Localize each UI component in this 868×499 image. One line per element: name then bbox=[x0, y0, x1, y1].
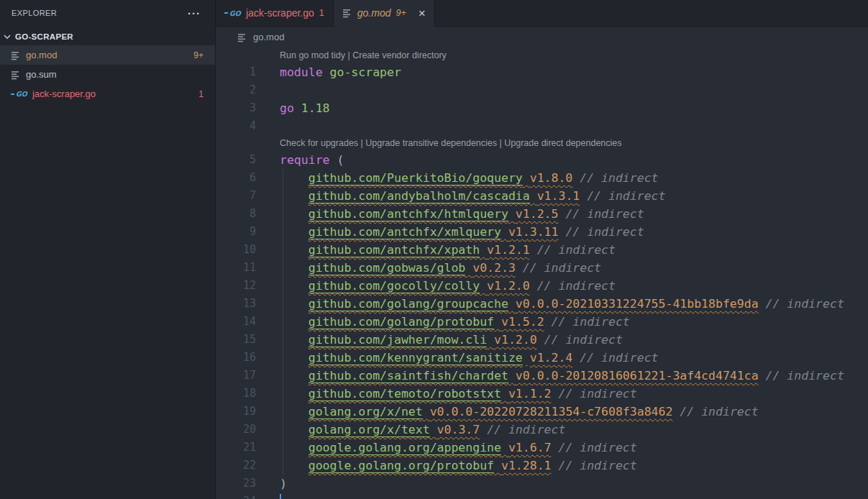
code-line: 18 github.com/temoto/robotstxt v1.1.2 //… bbox=[216, 385, 868, 403]
code-line: 24 bbox=[216, 493, 868, 499]
dependency-module-link[interactable]: github.com/PuerkitoBio/goquery bbox=[309, 171, 523, 186]
code-line-content[interactable] bbox=[256, 117, 280, 135]
indirect-comment: // indirect bbox=[565, 207, 644, 221]
dependency-module-link[interactable]: github.com/gobwas/glob bbox=[309, 261, 466, 275]
code-token bbox=[294, 101, 301, 115]
code-token: ) bbox=[280, 477, 287, 490]
dependency-module-link[interactable]: golang.org/x/net bbox=[309, 405, 423, 419]
code-line-content[interactable]: golang.org/x/net v0.0.0-20220728211354-c… bbox=[256, 403, 759, 421]
warning-squiggle-span: github.com/golang/groupcache v0.0.0-2021… bbox=[309, 297, 759, 311]
text-cursor bbox=[280, 494, 281, 499]
line-number: 20 bbox=[216, 421, 256, 439]
warning-squiggle-span: github.com/antchfx/xpath v1.2.1 bbox=[309, 243, 530, 257]
dependency-module-link[interactable]: github.com/antchfx/xpath bbox=[309, 243, 480, 257]
dependency-version: v0.0.0-20120816061221-3af4cd4741ca bbox=[516, 369, 759, 383]
code-line-content[interactable]: github.com/antchfx/xpath v1.2.1 // indir… bbox=[256, 241, 616, 259]
code-token: go-scraper bbox=[330, 65, 401, 79]
dependency-module-link[interactable]: github.com/golang/protobuf bbox=[309, 315, 494, 329]
dependency-module-link[interactable]: github.com/golang/groupcache bbox=[309, 297, 508, 311]
code-line-content[interactable]: github.com/golang/protobuf v1.5.2 // ind… bbox=[256, 313, 630, 331]
codelens-commands[interactable]: Run go mod tidy | Create vendor director… bbox=[280, 47, 447, 63]
dependency-module-link[interactable]: github.com/kennygrant/sanitize bbox=[309, 351, 523, 365]
tab-bar-empty-space bbox=[435, 0, 868, 27]
warning-squiggle-span: google.golang.org/appengine v1.6.7 bbox=[309, 441, 552, 455]
indent-guide bbox=[283, 223, 283, 241]
dependency-module-link[interactable]: github.com/jawher/mow.cli bbox=[309, 333, 487, 347]
dependency-version: v1.2.1 bbox=[487, 243, 530, 257]
code-line-content[interactable] bbox=[256, 493, 280, 499]
tab-jack-scraper[interactable]: GO jack-scraper.go 1 bbox=[216, 0, 334, 27]
file-row-jack-scraper[interactable]: GO jack-scraper.go 1 bbox=[0, 84, 215, 104]
code-line-content[interactable]: google.golang.org/appengine v1.6.7 // in… bbox=[256, 439, 637, 457]
warning-squiggle-span: github.com/gocolly/colly v1.2.0 bbox=[309, 279, 530, 293]
indirect-comment: // indirect bbox=[680, 405, 758, 418]
tab-go-mod[interactable]: go.mod 9+ × bbox=[334, 0, 435, 27]
code-line-content[interactable]: github.com/golang/groupcache v0.0.0-2021… bbox=[256, 295, 844, 313]
code-line-content[interactable]: golang.org/x/text v0.3.7 // indirect bbox=[256, 421, 565, 439]
code-line: 16 github.com/kennygrant/sanitize v1.2.4… bbox=[216, 349, 868, 367]
code-line-content[interactable]: github.com/saintfish/chardet v0.0.0-2012… bbox=[256, 367, 844, 385]
codelens-row: Check for upgrades | Upgrade transitive … bbox=[216, 135, 868, 151]
dependency-version: v1.8.0 bbox=[530, 171, 573, 185]
code-line-content[interactable]: github.com/antchfx/xmlquery v1.3.11 // i… bbox=[256, 223, 644, 241]
line-number: 16 bbox=[216, 349, 256, 367]
code-line-content[interactable]: github.com/kennygrant/sanitize v1.2.4 //… bbox=[256, 349, 659, 367]
code-line-content[interactable]: module go-scraper bbox=[256, 63, 401, 81]
tab-problem-badge: 9+ bbox=[396, 8, 406, 18]
warning-squiggle-span: github.com/kennygrant/sanitize v1.2.4 bbox=[309, 351, 573, 365]
code-line-content[interactable]: github.com/jawher/mow.cli v1.2.0 // indi… bbox=[256, 331, 623, 349]
code-area[interactable]: Run go mod tidy | Create vendor director… bbox=[216, 47, 868, 499]
line-number: 15 bbox=[216, 331, 256, 349]
indirect-comment: // indirect bbox=[537, 279, 616, 293]
folder-section-header[interactable]: GO-SCRAPER bbox=[0, 28, 215, 45]
dependency-module-link[interactable]: golang.org/x/text bbox=[309, 423, 430, 437]
dependency-module-link[interactable]: github.com/temoto/robotstxt bbox=[309, 387, 501, 401]
indirect-comment: // indirect bbox=[537, 243, 616, 257]
code-line-content[interactable]: github.com/andybalholm/cascadia v1.3.1 /… bbox=[256, 187, 665, 205]
line-number: 2 bbox=[216, 81, 256, 99]
indent-guide bbox=[283, 439, 283, 457]
code-line: 2 bbox=[216, 81, 868, 99]
code-line-content[interactable]: github.com/antchfx/htmlquery v1.2.5 // i… bbox=[256, 205, 644, 223]
line-number: 18 bbox=[216, 385, 256, 403]
list-icon bbox=[237, 32, 247, 42]
code-line-content[interactable]: github.com/temoto/robotstxt v1.1.2 // in… bbox=[256, 385, 637, 403]
dependency-module-link[interactable]: github.com/saintfish/chardet bbox=[309, 369, 508, 383]
dependency-module-link[interactable]: google.golang.org/appengine bbox=[309, 441, 501, 455]
code-line-content[interactable]: github.com/gobwas/glob v0.2.3 // indirec… bbox=[256, 259, 601, 277]
code-line-content[interactable]: google.golang.org/protobuf v1.28.1 // in… bbox=[256, 457, 637, 475]
breadcrumb-item[interactable]: go.mod bbox=[253, 32, 284, 42]
line-number: 9 bbox=[216, 223, 256, 241]
file-row-go-sum[interactable]: go.sum bbox=[0, 65, 215, 84]
code-line: 15 github.com/jawher/mow.cli v1.2.0 // i… bbox=[216, 331, 868, 349]
code-line: 9 github.com/antchfx/xmlquery v1.3.11 //… bbox=[216, 223, 868, 241]
file-row-go-mod[interactable]: go.mod 9+ bbox=[0, 45, 215, 65]
dependency-version: v1.1.2 bbox=[508, 387, 552, 400]
line-number: 21 bbox=[216, 439, 256, 457]
line-number: 19 bbox=[216, 403, 256, 421]
code-line: 3go 1.18 bbox=[216, 99, 868, 117]
more-actions-icon[interactable]: ··· bbox=[188, 8, 201, 19]
code-line-content[interactable]: require ( bbox=[256, 151, 344, 169]
breadcrumb[interactable]: go.mod bbox=[216, 27, 868, 47]
codelens-commands[interactable]: Check for upgrades | Upgrade transitive … bbox=[280, 135, 622, 151]
code-line-content[interactable] bbox=[256, 81, 280, 99]
problem-badge: 9+ bbox=[193, 50, 204, 60]
code-line-content[interactable]: ) bbox=[256, 475, 287, 493]
dependency-version: v1.2.0 bbox=[494, 333, 537, 347]
dependency-module-link[interactable]: github.com/andybalholm/cascadia bbox=[309, 189, 530, 203]
indent-guide bbox=[283, 169, 283, 187]
code-line: 17 github.com/saintfish/chardet v0.0.0-2… bbox=[216, 367, 868, 385]
code-line-content[interactable]: go 1.18 bbox=[256, 99, 330, 117]
dependency-module-link[interactable]: github.com/gocolly/colly bbox=[309, 279, 480, 293]
dependency-module-link[interactable]: github.com/antchfx/xmlquery bbox=[309, 225, 501, 239]
code-line-content[interactable]: github.com/gocolly/colly v1.2.0 // indir… bbox=[256, 277, 616, 295]
close-icon[interactable]: × bbox=[419, 7, 426, 19]
explorer-sidebar: EXPLORER ··· GO-SCRAPER go.mod 9+ go.sum… bbox=[0, 0, 216, 499]
vscode-window: EXPLORER ··· GO-SCRAPER go.mod 9+ go.sum… bbox=[0, 0, 868, 499]
editor-group: GO jack-scraper.go 1 go.mod 9+ × go.mod … bbox=[216, 0, 868, 499]
line-number: 1 bbox=[216, 63, 256, 81]
dependency-module-link[interactable]: google.golang.org/protobuf bbox=[309, 459, 494, 473]
dependency-module-link[interactable]: github.com/antchfx/htmlquery bbox=[309, 207, 508, 221]
code-line-content[interactable]: github.com/PuerkitoBio/goquery v1.8.0 //… bbox=[256, 169, 659, 187]
